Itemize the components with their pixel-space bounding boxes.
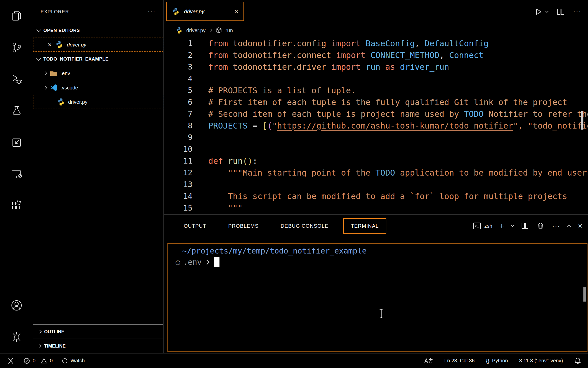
- extensions-activity-button[interactable]: [0, 190, 33, 222]
- indent-guide: [209, 167, 209, 214]
- breadcrumb-symbol[interactable]: run: [226, 28, 233, 33]
- notifications-bell-icon[interactable]: [574, 357, 581, 364]
- close-panel-icon[interactable]: ×: [578, 222, 582, 230]
- run-python-file-button[interactable]: [534, 7, 548, 16]
- code-line[interactable]: 2from todonotifier.connect import CONNEC…: [164, 49, 588, 61]
- tree-item-vscode-folder[interactable]: .vscode: [33, 80, 163, 95]
- account-button[interactable]: [0, 290, 33, 321]
- box-arrow-activity-button[interactable]: [0, 127, 33, 158]
- line-number: 14: [164, 190, 192, 202]
- breadcrumb-file[interactable]: driver.py: [186, 28, 206, 33]
- chevron-down-icon: [36, 56, 41, 61]
- python-file-icon: [176, 27, 183, 34]
- line-number: 8: [164, 120, 192, 132]
- tab-problems[interactable]: PROBLEMS: [221, 219, 266, 233]
- cursor-position-status[interactable]: Ln 23, Col 36: [444, 358, 475, 364]
- code-line[interactable]: 1from todonotifier.config import BaseCon…: [164, 38, 588, 49]
- line-number: 11: [164, 155, 192, 167]
- code-text: """Main starting point of the TODO appli…: [208, 168, 588, 178]
- bottom-panel: OUTPUT PROBLEMS DEBUG CONSOLE TERMINAL z…: [164, 214, 588, 353]
- chevron-up-icon[interactable]: [567, 224, 571, 229]
- line-number: 5: [164, 85, 192, 96]
- close-icon[interactable]: ×: [48, 41, 52, 48]
- tab-output[interactable]: OUTPUT: [177, 219, 213, 233]
- tab-driver-py[interactable]: driver.py ×: [166, 2, 244, 21]
- code-lines: 1from todonotifier.config import BaseCon…: [164, 38, 588, 214]
- settings-button[interactable]: [0, 321, 33, 353]
- sidebar-title: EXPLORER: [41, 9, 69, 15]
- new-terminal-button[interactable]: +: [499, 221, 504, 231]
- line-number: 9: [164, 132, 192, 143]
- source-control-activity-button[interactable]: [0, 32, 33, 63]
- code-editor[interactable]: 1from todonotifier.config import BaseCon…: [164, 38, 588, 214]
- chevron-right-icon: [44, 72, 47, 75]
- tab-terminal[interactable]: TERMINAL: [343, 218, 386, 234]
- code-line[interactable]: 4: [164, 73, 588, 85]
- status-left: 0 0 Watch: [7, 358, 85, 364]
- chevron-right-icon: [38, 330, 42, 334]
- workspace-section-header[interactable]: TODO_NOTIFIER_EXAMPLE: [33, 52, 163, 66]
- code-line[interactable]: 11def run():: [164, 155, 588, 167]
- tree-item-label: .vscode: [60, 85, 78, 91]
- terminal-prompt-line: ○ .env: [176, 257, 587, 268]
- chevron-down-icon[interactable]: [511, 223, 514, 227]
- explorer-activity-button[interactable]: [0, 0, 33, 32]
- explorer-sidebar: EXPLORER ··· OPEN EDITORS × driver.py TO…: [33, 0, 164, 353]
- chevron-right-icon: [38, 344, 42, 348]
- split-editor-button[interactable]: [556, 7, 565, 16]
- code-line[interactable]: 14 This script can be modified to add a …: [164, 190, 588, 202]
- code-line[interactable]: 7# Second item of each tuple is project …: [164, 108, 588, 120]
- code-line[interactable]: 15 """: [164, 202, 588, 214]
- account-icon: [11, 300, 22, 311]
- chevron-down-icon: [545, 9, 549, 13]
- open-editors-section-header[interactable]: OPEN EDITORS: [33, 23, 163, 38]
- remote-indicator[interactable]: [7, 358, 14, 364]
- watch-status[interactable]: Watch: [62, 358, 85, 364]
- kill-terminal-button[interactable]: [536, 222, 545, 230]
- tree-item-driver-file[interactable]: driver.py: [33, 95, 163, 109]
- split-terminal-button[interactable]: [521, 222, 529, 230]
- line-number: 2: [164, 49, 192, 61]
- timeline-section-header[interactable]: TIMELINE: [33, 339, 163, 353]
- python-interpreter-status[interactable]: 3.11.3 ('.env': venv): [519, 358, 563, 364]
- prompt-chevron-icon: [204, 260, 210, 265]
- terminal-cursor: [214, 257, 219, 267]
- outline-section-header[interactable]: OUTLINE: [33, 324, 163, 339]
- tree-item-label: driver.py: [68, 99, 88, 105]
- code-line[interactable]: 5# PROJECTS is a list of tuple.: [164, 85, 588, 96]
- tab-debug-console[interactable]: DEBUG CONSOLE: [273, 219, 335, 233]
- problems-status[interactable]: 0 0: [23, 358, 53, 364]
- more-actions-icon[interactable]: ···: [552, 222, 560, 230]
- tree-item-env-folder[interactable]: .env: [33, 66, 163, 80]
- code-line[interactable]: 6# First item of each tuple is the fully…: [164, 96, 588, 108]
- line-number: 7: [164, 108, 192, 120]
- terminal-scrollbar[interactable]: [583, 287, 586, 302]
- code-line[interactable]: 12 """Main starting point of the TODO ap…: [164, 167, 588, 179]
- editor-group: driver.py × ··· driver.py: [164, 0, 588, 353]
- code-line[interactable]: 3from todonotifier.driver import run as …: [164, 61, 588, 73]
- code-line[interactable]: 9: [164, 132, 588, 143]
- code-line[interactable]: 8PROJECTS = [("https://github.com/ashu-t…: [164, 120, 588, 132]
- line-number: 12: [164, 167, 192, 179]
- code-line[interactable]: 13: [164, 179, 588, 190]
- chevron-right-icon: [44, 86, 47, 89]
- more-actions-icon[interactable]: ···: [148, 8, 156, 16]
- open-editor-file-label: driver.py: [67, 42, 86, 48]
- code-text: from todonotifier.config import BaseConf…: [208, 39, 488, 48]
- language-switch-icon[interactable]: [424, 357, 433, 364]
- open-editor-item[interactable]: × driver.py: [33, 38, 163, 52]
- venv-name: .env: [183, 257, 202, 268]
- code-text: """: [208, 203, 243, 213]
- line-number: 6: [164, 96, 192, 108]
- editor-scrollbar[interactable]: [581, 111, 583, 130]
- close-icon[interactable]: ×: [234, 7, 238, 16]
- testing-activity-button[interactable]: [0, 95, 33, 127]
- symbol-method-icon: [215, 27, 222, 34]
- shell-selector[interactable]: zsh: [473, 222, 492, 230]
- more-actions-icon[interactable]: ···: [573, 8, 581, 16]
- code-line[interactable]: 10: [164, 143, 588, 155]
- run-debug-activity-button[interactable]: [0, 63, 33, 95]
- language-mode-status[interactable]: {} Python: [486, 358, 508, 364]
- remote-explorer-activity-button[interactable]: [0, 158, 33, 190]
- terminal[interactable]: ~/projects/my/temp/todo_notifier_example…: [167, 243, 587, 352]
